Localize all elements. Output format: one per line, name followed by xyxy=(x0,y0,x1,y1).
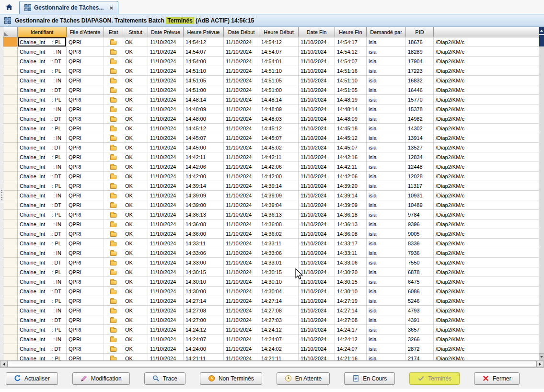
cell-commande[interactable]: /Diap2/KM/c xyxy=(434,200,539,210)
cell-heure-prevue[interactable]: 14:42:11 xyxy=(184,152,224,162)
cell-date-debut[interactable]: 11/10/2024 xyxy=(224,267,259,277)
cell-heure-prevue[interactable]: 14:36:08 xyxy=(184,219,224,229)
cell-pid[interactable]: 6086 xyxy=(406,287,434,296)
cell-demande-par[interactable]: isia xyxy=(367,57,406,66)
row-selector[interactable] xyxy=(3,143,18,152)
cell-date-debut[interactable]: 11/10/2024 xyxy=(224,124,259,133)
cell-etat[interactable] xyxy=(104,37,123,47)
cell-date-debut[interactable]: 11/10/2024 xyxy=(224,229,259,239)
cell-statut[interactable]: OK xyxy=(123,315,148,325)
row-selector[interactable] xyxy=(3,248,18,258)
cell-heure-prevue[interactable]: 14:45:07 xyxy=(184,133,224,143)
cell-date-debut[interactable]: 11/10/2024 xyxy=(224,172,259,181)
cell-file-attente[interactable]: QPRI xyxy=(67,229,104,239)
cell-etat[interactable] xyxy=(104,325,123,334)
cell-pid[interactable]: 16832 xyxy=(406,76,434,85)
table-row[interactable]: Chaine_Int : PL QPRI OK 11/10/2024 14:51… xyxy=(3,66,539,76)
cell-demande-par[interactable]: isia xyxy=(367,85,406,95)
cell-heure-prevue[interactable]: 14:30:15 xyxy=(184,267,224,277)
cell-etat[interactable] xyxy=(104,296,123,306)
row-selector[interactable] xyxy=(3,325,18,334)
cell-etat[interactable] xyxy=(104,306,123,315)
cell-etat[interactable] xyxy=(104,47,123,57)
cell-file-attente[interactable]: QPRI xyxy=(67,114,104,124)
cell-heure-prevue[interactable]: 14:24:12 xyxy=(184,325,224,334)
cell-date-fin[interactable]: 11/10/2024 xyxy=(299,258,335,267)
cell-date-fin[interactable]: 11/10/2024 xyxy=(299,210,335,219)
cell-date-prevue[interactable]: 11/10/2024 xyxy=(148,200,184,210)
cell-date-debut[interactable]: 11/10/2024 xyxy=(224,248,259,258)
cell-heure-prevue[interactable]: 14:54:00 xyxy=(184,57,224,66)
cell-file-attente[interactable]: QPRI xyxy=(67,306,104,315)
cell-pid[interactable]: 14302 xyxy=(406,124,434,133)
table-row[interactable]: Chaine_Int : DT QPRI OK 11/10/2024 14:36… xyxy=(3,229,539,239)
cell-heure-fin[interactable]: 14:33:11 xyxy=(335,248,367,258)
cell-date-prevue[interactable]: 11/10/2024 xyxy=(148,76,184,85)
cell-file-attente[interactable]: QPRI xyxy=(67,162,104,172)
cell-commande[interactable]: /Diap2/KM/c xyxy=(434,152,539,162)
cell-demande-par[interactable]: isia xyxy=(367,104,406,114)
table-row[interactable]: Chaine_Int : DT QPRI OK 11/10/2024 14:24… xyxy=(3,344,539,354)
cell-etat[interactable] xyxy=(104,57,123,66)
cell-date-debut[interactable]: 11/10/2024 xyxy=(224,66,259,76)
cell-identifiant[interactable]: Chaine_Int : DT xyxy=(18,287,67,296)
cell-identifiant[interactable]: Chaine_Int : DT xyxy=(18,85,67,95)
cell-etat[interactable] xyxy=(104,239,123,248)
cell-file-attente[interactable]: QPRI xyxy=(67,47,104,57)
cell-etat[interactable] xyxy=(104,124,123,133)
table-row[interactable]: Chaine_Int : PL QPRI OK 11/10/2024 14:27… xyxy=(3,296,539,306)
row-selector[interactable] xyxy=(3,37,18,47)
cell-pid[interactable]: 4391 xyxy=(406,315,434,325)
cell-identifiant[interactable]: Chaine_Int : PL xyxy=(18,354,67,360)
cell-etat[interactable] xyxy=(104,258,123,267)
cell-identifiant[interactable]: Chaine_Int : PL xyxy=(18,325,67,334)
cell-date-prevue[interactable]: 11/10/2024 xyxy=(148,181,184,191)
cell-heure-debut[interactable]: 14:24:12 xyxy=(259,325,299,334)
cell-etat[interactable] xyxy=(104,172,123,181)
cell-commande[interactable]: /Diap2/KM/c xyxy=(434,277,539,287)
cell-file-attente[interactable]: QPRI xyxy=(67,133,104,143)
row-selector[interactable] xyxy=(3,239,18,248)
cell-heure-debut[interactable]: 14:54:01 xyxy=(259,57,299,66)
cell-statut[interactable]: OK xyxy=(123,219,148,229)
cell-date-debut[interactable]: 11/10/2024 xyxy=(224,95,259,104)
left-splitter[interactable] xyxy=(0,27,3,360)
cell-commande[interactable]: /Diap2/KM/c xyxy=(434,162,539,172)
cell-commande[interactable]: /Diap2/KM/c xyxy=(434,104,539,114)
cell-statut[interactable]: OK xyxy=(123,325,148,334)
column-header-commande[interactable] xyxy=(434,27,539,37)
cell-date-fin[interactable]: 11/10/2024 xyxy=(299,306,335,315)
cell-heure-fin[interactable]: 14:45:12 xyxy=(335,133,367,143)
cell-statut[interactable]: OK xyxy=(123,306,148,315)
cell-commande[interactable]: /Diap2/KM/c xyxy=(434,229,539,239)
cell-etat[interactable] xyxy=(104,267,123,277)
cell-etat[interactable] xyxy=(104,152,123,162)
row-selector[interactable] xyxy=(3,296,18,306)
cell-heure-prevue[interactable]: 14:24:07 xyxy=(184,334,224,344)
cell-demande-par[interactable]: isia xyxy=(367,37,406,47)
column-header-file-attente[interactable]: File d'Attente xyxy=(67,27,104,37)
cell-heure-prevue[interactable]: 14:27:00 xyxy=(184,315,224,325)
cell-heure-fin[interactable]: 14:24:07 xyxy=(335,344,367,354)
cell-date-fin[interactable]: 11/10/2024 xyxy=(299,76,335,85)
cell-date-debut[interactable]: 11/10/2024 xyxy=(224,315,259,325)
cell-date-prevue[interactable]: 11/10/2024 xyxy=(148,143,184,152)
cell-heure-fin[interactable]: 14:24:17 xyxy=(335,325,367,334)
cell-statut[interactable]: OK xyxy=(123,47,148,57)
cell-heure-fin[interactable]: 14:30:15 xyxy=(335,277,367,287)
cell-date-prevue[interactable]: 11/10/2024 xyxy=(148,239,184,248)
cell-pid[interactable]: 17223 xyxy=(406,66,434,76)
cell-file-attente[interactable]: QPRI xyxy=(67,219,104,229)
cell-identifiant[interactable]: Chaine_Int : IN xyxy=(18,133,67,143)
cell-demande-par[interactable]: isia xyxy=(367,306,406,315)
column-header-etat[interactable]: Etat xyxy=(104,27,123,37)
cell-statut[interactable]: OK xyxy=(123,239,148,248)
cell-commande[interactable]: /Diap2/KM/c xyxy=(434,315,539,325)
cell-date-prevue[interactable]: 11/10/2024 xyxy=(148,344,184,354)
cell-etat[interactable] xyxy=(104,219,123,229)
cell-heure-debut[interactable]: 14:30:10 xyxy=(259,277,299,287)
cell-commande[interactable]: /Diap2/KM/c xyxy=(434,344,539,354)
cell-date-fin[interactable]: 11/10/2024 xyxy=(299,85,335,95)
row-selector[interactable] xyxy=(3,354,18,360)
cell-pid[interactable]: 7936 xyxy=(406,248,434,258)
